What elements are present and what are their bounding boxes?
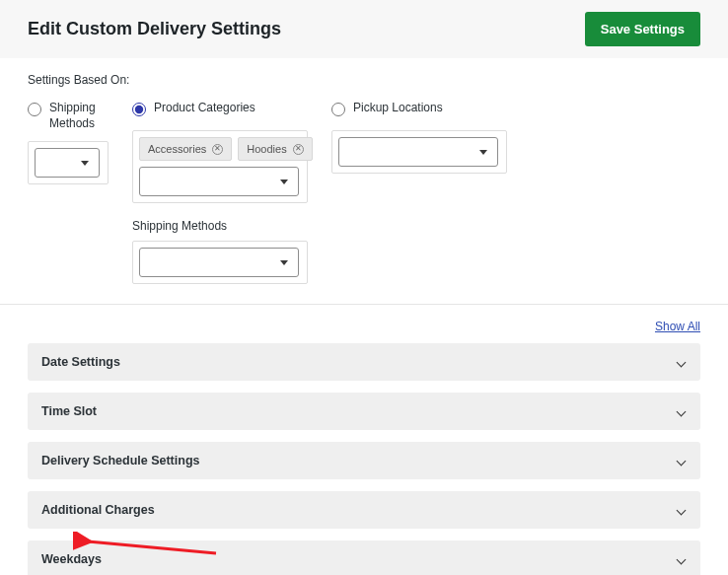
remove-tag-icon[interactable]: ✕ [293,144,304,155]
chevron-down-icon [479,150,487,155]
shipping-methods-select[interactable] [35,148,100,178]
radio-shipping-methods[interactable] [28,103,41,116]
sub-shipping-methods-select[interactable] [139,248,299,277]
accordions-section: Show All Date Settings Time Slot Deliver… [0,305,728,575]
option-shipping-methods: Shipping Methods [28,101,109,184]
accordion-title: Weekdays [41,552,102,566]
pickup-locations-select[interactable] [338,137,498,167]
chevron-down-icon [280,260,288,265]
save-settings-button[interactable]: Save Settings [585,12,700,46]
tag-accessories: Accessories ✕ [139,137,232,161]
settings-based-on-label: Settings Based On: [28,73,700,87]
accordion-delivery-schedule-settings[interactable]: Delivery Schedule Settings [28,442,700,479]
chevron-down-icon [677,554,687,564]
accordion-weekdays[interactable]: Weekdays [28,540,700,575]
sub-shipping-methods-box [132,241,308,284]
accordion-additional-charges[interactable]: Additional Charges [28,491,700,529]
accordion-title: Additional Charges [41,503,155,517]
accordion-date-settings[interactable]: Date Settings [28,343,700,381]
radio-product-categories[interactable] [132,103,146,116]
option-pickup-locations: Pickup Locations [331,101,507,174]
accordion-title: Delivery Schedule Settings [41,454,199,467]
accordion-time-slot[interactable]: Time Slot [28,393,700,430]
settings-section: Settings Based On: Shipping Methods Prod… [0,59,728,304]
remove-tag-icon[interactable]: ✕ [212,144,223,155]
chevron-down-icon [677,406,687,416]
shipping-methods-box [28,141,109,184]
page-title: Edit Custom Delivery Settings [28,19,281,39]
option-product-categories: Product Categories Accessories ✕ Hoodies… [132,101,308,284]
sub-shipping-methods-label: Shipping Methods [132,219,308,233]
sub-shipping-methods-block: Shipping Methods [132,219,308,284]
options-row: Shipping Methods Product Categories Acce… [28,101,700,284]
chevron-down-icon [677,357,687,367]
chevron-down-icon [280,180,288,184]
tag-hoodies: Hoodies ✕ [238,137,312,161]
pickup-locations-box [331,130,507,174]
chevron-down-icon [677,456,687,466]
tag-label: Hoodies [247,143,286,155]
chevron-down-icon [81,161,89,166]
product-categories-box: Accessories ✕ Hoodies ✕ [132,130,308,203]
product-categories-select[interactable] [139,167,299,196]
radio-label-pickup-locations: Pickup Locations [353,101,443,116]
show-all-link[interactable]: Show All [655,320,700,333]
category-tags: Accessories ✕ Hoodies ✕ [139,137,301,161]
show-all-row: Show All [28,319,700,333]
radio-label-shipping-methods: Shipping Methods [49,101,109,131]
tag-label: Accessories [148,143,206,155]
chevron-down-icon [677,505,687,515]
radio-pickup-locations[interactable] [331,103,345,116]
radio-label-product-categories: Product Categories [154,101,255,116]
page-header: Edit Custom Delivery Settings Save Setti… [0,0,728,59]
accordion-title: Time Slot [41,404,97,418]
accordion-title: Date Settings [41,355,120,369]
